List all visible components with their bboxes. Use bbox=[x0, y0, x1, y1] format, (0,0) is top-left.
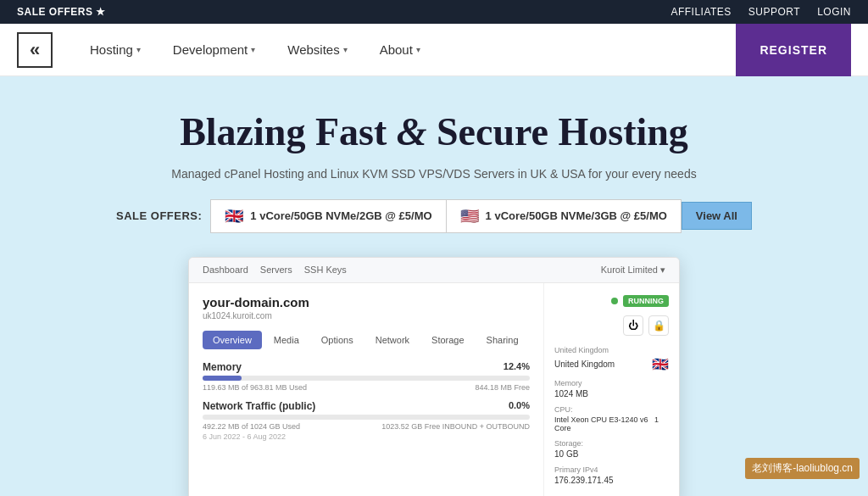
uk-offer[interactable]: 🇬🇧 1 vCore/50GB NVMe/2GB @ £5/MO bbox=[210, 199, 445, 233]
ip-value: 176.239.171.45 bbox=[554, 476, 669, 485]
uk-offer-text: 1 vCore/50GB NVMe/2GB @ £5/MO bbox=[250, 209, 431, 222]
dashboard-tabs: Overview Media Options Network Storage S… bbox=[203, 331, 530, 349]
hero-title-italic: & bbox=[397, 110, 427, 153]
dashboard-body: your-domain.com uk1024.kuroit.com Overvi… bbox=[189, 283, 679, 496]
watermark: 老刘博客-laoliublog.cn bbox=[745, 458, 860, 479]
affiliates-link[interactable]: AFFILIATES bbox=[670, 6, 731, 18]
country-value: United Kingdom 🇬🇧 bbox=[554, 356, 669, 372]
logo-text: « bbox=[30, 39, 40, 61]
network-date: 6 Jun 2022 - 6 Aug 2022 bbox=[203, 432, 530, 441]
chevron-down-icon: ▾ bbox=[251, 45, 255, 54]
network-free: 1023.52 GB Free INBOUND + OUTBOUND bbox=[381, 422, 530, 431]
logo[interactable]: « bbox=[17, 32, 53, 68]
lock-icon[interactable]: 🔒 bbox=[648, 315, 669, 336]
memory-percent: 12.4% bbox=[504, 361, 530, 373]
ip-row: Primary IPv4 176.239.171.45 bbox=[554, 465, 669, 485]
memory-metric: Memory 12.4% 119.63 MB of 963.81 MB Used… bbox=[203, 361, 530, 392]
dashboard-brand[interactable]: Kuroit Limited ▾ bbox=[601, 265, 665, 276]
storage-value: 10 GB bbox=[554, 449, 669, 459]
sale-label: SALE OFFERS: bbox=[116, 209, 202, 222]
dashboard-icon-row: ⏻ 🔒 bbox=[554, 315, 669, 336]
chevron-down-icon: ▾ bbox=[136, 45, 141, 54]
running-badge: RUNNING bbox=[623, 295, 669, 307]
nav-hosting-label: Hosting bbox=[90, 42, 133, 57]
hero-title-part2: Secure Hosting bbox=[426, 110, 687, 153]
tab-overview[interactable]: Overview bbox=[203, 331, 262, 349]
hero-section: Blazing Fast & Secure Hosting Managed cP… bbox=[0, 76, 868, 496]
cpu-row: CPU: Intel Xeon CPU E3-1240 v6 1 Core bbox=[554, 405, 669, 432]
network-progress-bar bbox=[203, 415, 530, 420]
cpu-label: CPU: bbox=[554, 405, 669, 414]
nav-links: Hosting ▾ Development ▾ Websites ▾ About… bbox=[78, 36, 736, 64]
power-icon[interactable]: ⏻ bbox=[623, 315, 643, 336]
dashboard-sidebar: RUNNING ⏻ 🔒 United Kingdom United Kingdo… bbox=[543, 283, 679, 496]
storage-label: Storage: bbox=[554, 439, 669, 448]
tab-sharing[interactable]: Sharing bbox=[476, 331, 529, 349]
dashboard-top-bar: Dashboard Servers SSH Keys Kuroit Limite… bbox=[189, 258, 679, 283]
cpu-value: Intel Xeon CPU E3-1240 v6 1 Core bbox=[554, 415, 669, 432]
tab-options[interactable]: Options bbox=[311, 331, 364, 349]
chevron-down-icon: ▾ bbox=[343, 45, 348, 54]
dashboard-main: your-domain.com uk1024.kuroit.com Overvi… bbox=[189, 283, 543, 496]
top-bar-right-links: AFFILIATES SUPPORT LOGIN bbox=[670, 6, 851, 18]
status-dot-icon bbox=[611, 298, 618, 304]
nav-about-label: About bbox=[380, 42, 413, 57]
ip-label: Primary IPv4 bbox=[554, 465, 669, 474]
hero-subtitle: Managed cPanel Hosting and Linux KVM SSD… bbox=[171, 167, 696, 181]
memory-progress-bar bbox=[203, 376, 530, 381]
nav-development[interactable]: Development ▾ bbox=[161, 36, 267, 64]
memory-label: Memory bbox=[203, 361, 242, 373]
nav-websites[interactable]: Websites ▾ bbox=[275, 36, 359, 64]
storage-row: Storage: 10 GB bbox=[554, 439, 669, 459]
dashboard-nav-links: Dashboard Servers SSH Keys bbox=[203, 265, 347, 275]
top-bar: SALE OFFERS ★ AFFILIATES SUPPORT LOGIN bbox=[0, 0, 868, 24]
memory-progress-fill bbox=[203, 376, 242, 381]
network-sub: 492.22 MB of 1024 GB Used 1023.52 GB Fre… bbox=[203, 422, 530, 431]
dashboard-card: Dashboard Servers SSH Keys Kuroit Limite… bbox=[188, 257, 680, 496]
network-used: 492.22 MB of 1024 GB Used bbox=[203, 422, 300, 431]
tab-network[interactable]: Network bbox=[365, 331, 420, 349]
network-label: Network Traffic (public) bbox=[203, 400, 315, 412]
sale-bar: SALE OFFERS: 🇬🇧 1 vCore/50GB NVMe/2GB @ … bbox=[116, 199, 752, 233]
memory-free: 844.18 MB Free bbox=[475, 383, 530, 392]
dash-link-dashboard[interactable]: Dashboard bbox=[203, 265, 248, 275]
hero-title: Blazing Fast & Secure Hosting bbox=[180, 110, 688, 155]
nav-websites-label: Websites bbox=[287, 42, 339, 57]
memory-used: 119.63 MB of 963.81 MB Used bbox=[203, 383, 307, 392]
memory-sub: 119.63 MB of 963.81 MB Used 844.18 MB Fr… bbox=[203, 383, 530, 392]
view-all-button[interactable]: View All bbox=[682, 202, 752, 230]
country-row: United Kingdom United Kingdom 🇬🇧 bbox=[554, 346, 669, 372]
register-button[interactable]: REGISTER bbox=[736, 24, 851, 76]
memory-sidebar-value: 1024 MB bbox=[554, 389, 669, 398]
sale-offers-label: SALE OFFERS ★ bbox=[17, 6, 106, 18]
memory-sidebar-label: Memory bbox=[554, 379, 669, 387]
tab-storage[interactable]: Storage bbox=[421, 331, 475, 349]
hero-title-part1: Blazing Fast bbox=[180, 110, 397, 153]
chevron-down-icon: ▾ bbox=[416, 45, 420, 54]
dashboard-mockup: Dashboard Servers SSH Keys Kuroit Limite… bbox=[188, 257, 680, 496]
login-link[interactable]: LOGIN bbox=[817, 6, 851, 18]
us-offer[interactable]: 🇺🇸 1 vCore/50GB NVMe/3GB @ £5/MO bbox=[446, 199, 682, 233]
dashboard-domain: your-domain.com bbox=[203, 295, 530, 309]
us-flag-icon: 🇺🇸 bbox=[460, 207, 479, 226]
nav-hosting[interactable]: Hosting ▾ bbox=[78, 36, 153, 64]
us-offer-text: 1 vCore/50GB NVMe/3GB @ £5/MO bbox=[486, 209, 667, 222]
memory-row: Memory 1024 MB bbox=[554, 379, 669, 398]
tab-media[interactable]: Media bbox=[264, 331, 309, 349]
sale-offers-text: SALE OFFERS ★ bbox=[17, 6, 106, 18]
navbar: « Hosting ▾ Development ▾ Websites ▾ Abo… bbox=[0, 24, 868, 76]
nav-development-label: Development bbox=[173, 42, 248, 57]
uk-flag-icon: 🇬🇧 bbox=[225, 207, 243, 226]
dash-link-servers[interactable]: Servers bbox=[260, 265, 292, 275]
dashboard-domain-url: uk1024.kuroit.com bbox=[203, 311, 530, 320]
uk-flag-icon: 🇬🇧 bbox=[652, 356, 669, 372]
network-metric: Network Traffic (public) 0.0% 492.22 MB … bbox=[203, 400, 530, 441]
country-label: United Kingdom bbox=[554, 346, 669, 354]
dash-link-ssh[interactable]: SSH Keys bbox=[304, 265, 347, 275]
support-link[interactable]: SUPPORT bbox=[748, 6, 800, 18]
network-percent: 0.0% bbox=[509, 400, 530, 412]
nav-about[interactable]: About ▾ bbox=[368, 36, 432, 64]
